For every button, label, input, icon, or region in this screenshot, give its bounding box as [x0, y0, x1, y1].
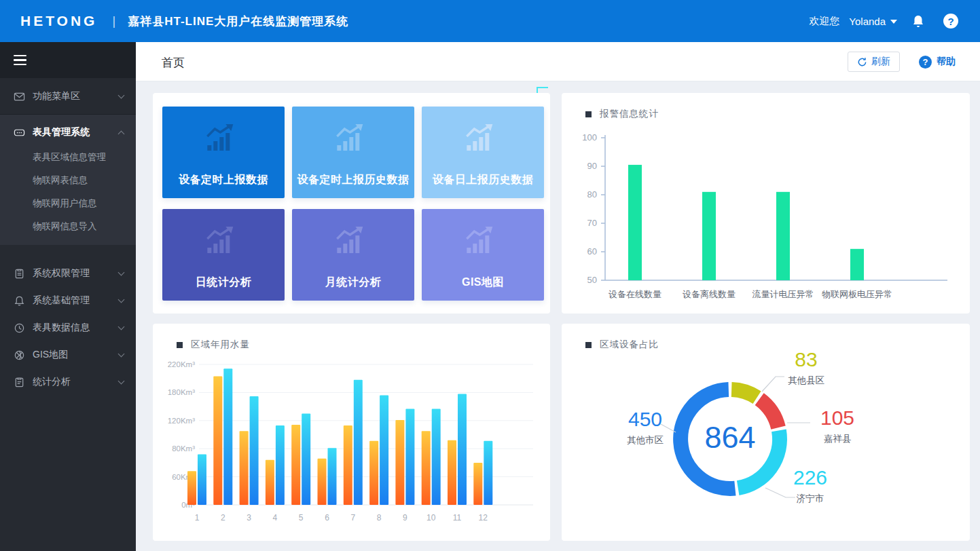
- bar-orange: [369, 441, 378, 505]
- water-usage-bar-chart: 0m³60Km³80Km³120Km³180Km³220Km³123456789…: [153, 324, 550, 541]
- sidebar-item-statistics[interactable]: 统计分析: [0, 368, 136, 396]
- sidebar-item-system-permission[interactable]: 系统权限管理: [0, 260, 136, 287]
- sidebar: 功能菜单区 表具管理系统 表具区域信息管理 物联网表信息 物联网用户信息 物联网…: [0, 42, 136, 551]
- sidebar-item-label: 表具管理系统: [33, 126, 119, 138]
- alarm-statistics-card: 报警信息统计 5060708090100设备在线数量设备离线数量流量计电压异常物…: [562, 93, 970, 314]
- logo-separator: |: [112, 14, 115, 28]
- sidebar-item-label: 表具数据信息: [33, 322, 119, 334]
- bar: [776, 192, 790, 280]
- bar-orange: [291, 425, 300, 505]
- donut-total-value: 864: [672, 420, 788, 455]
- refresh-icon: [857, 57, 867, 67]
- sidebar-item-function-menu[interactable]: 功能菜单区: [0, 83, 136, 110]
- notification-bell-icon[interactable]: [907, 10, 930, 33]
- svg-text:60: 60: [587, 246, 597, 256]
- main-area: 首页 刷新 ? 帮助 设备定时上报数据 设备定时上报历史数据: [136, 42, 980, 551]
- bar: [850, 249, 864, 280]
- donut-callout-other-counties: 83 其他县区: [779, 349, 833, 387]
- bar-chart-trend-icon: [205, 227, 236, 255]
- welcome-text: 欢迎您: [809, 15, 839, 28]
- svg-text:12: 12: [479, 513, 488, 522]
- chevron-down-icon: [890, 20, 897, 24]
- breadcrumb-page-title: 首页: [162, 55, 185, 71]
- bar-blue: [276, 425, 285, 505]
- help-button[interactable]: ? 帮助: [919, 52, 956, 72]
- tile-monthly-statistics[interactable]: 月统计分析: [292, 209, 414, 301]
- tile-device-daily-history[interactable]: 设备日上报历史数据: [422, 107, 544, 198]
- user-menu[interactable]: Yolanda: [849, 16, 897, 27]
- bar-blue: [354, 380, 363, 505]
- globe-icon: [14, 349, 25, 361]
- bar-orange: [448, 440, 456, 505]
- bar-chart-trend-icon: [465, 124, 496, 153]
- svg-text:220Km³: 220Km³: [168, 360, 195, 368]
- svg-text:9: 9: [403, 513, 407, 522]
- bar-blue: [250, 396, 259, 505]
- chevron-down-icon: [118, 92, 125, 99]
- shortcut-tiles-card: 设备定时上报数据 设备定时上报历史数据 设备日上报历史数据 日统计分析 月统计分…: [153, 93, 550, 314]
- bar-orange: [318, 459, 327, 505]
- bar-blue: [484, 441, 492, 505]
- bar-orange: [344, 425, 352, 505]
- sidebar-item-meter-management[interactable]: 表具管理系统: [0, 119, 136, 146]
- title-bullet-icon: [585, 111, 592, 117]
- sidebar-item-label: GIS地图: [33, 349, 119, 361]
- tile-device-scheduled-history[interactable]: 设备定时上报历史数据: [292, 107, 414, 198]
- sidebar-subitem-iot-info-import[interactable]: 物联网信息导入: [0, 215, 136, 238]
- bar-orange: [473, 463, 482, 505]
- svg-text:120Km³: 120Km³: [168, 417, 195, 425]
- refresh-button[interactable]: 刷新: [848, 52, 900, 72]
- svg-text:3: 3: [247, 513, 251, 522]
- bar-blue: [458, 394, 467, 506]
- dashboard-content: 设备定时上报数据 设备定时上报历史数据 设备日上报历史数据 日统计分析 月统计分…: [136, 81, 980, 551]
- chevron-down-icon: [118, 324, 125, 330]
- sidebar-item-gis-map[interactable]: GIS地图: [0, 341, 136, 368]
- svg-text:10: 10: [427, 513, 436, 522]
- bar: [702, 192, 716, 280]
- sidebar-group-meter-management: 表具管理系统 表具区域信息管理 物联网表信息 物联网用户信息 物联网信息导入: [0, 115, 136, 245]
- help-icon[interactable]: ?: [939, 10, 962, 33]
- bar-orange: [187, 471, 196, 505]
- svg-text:100: 100: [582, 132, 597, 142]
- svg-text:设备在线数量: 设备在线数量: [609, 289, 661, 299]
- chevron-down-icon: [118, 351, 125, 358]
- sidebar-subitem-meter-region-info[interactable]: 表具区域信息管理: [0, 146, 136, 169]
- mail-icon: [14, 91, 25, 102]
- report-icon: [14, 377, 25, 388]
- bar-blue: [198, 455, 206, 506]
- svg-text:70: 70: [587, 218, 597, 228]
- svg-text:80Km³: 80Km³: [172, 444, 195, 453]
- card-title: 区域年用水量: [191, 339, 250, 351]
- bar-orange: [240, 431, 249, 505]
- chevron-down-icon: [118, 269, 125, 276]
- sidebar-subitem-iot-meter-info[interactable]: 物联网表信息: [0, 169, 136, 192]
- bar-blue: [405, 409, 414, 505]
- sidebar-item-label: 系统权限管理: [33, 267, 119, 280]
- card-title: 区域设备占比: [600, 339, 659, 351]
- clipboard-icon: [14, 268, 25, 280]
- bar-orange: [395, 420, 404, 505]
- svg-text:设备离线数量: 设备离线数量: [683, 289, 736, 299]
- svg-text:80: 80: [587, 189, 597, 200]
- title-bullet-icon: [585, 342, 592, 348]
- bar-orange: [213, 377, 222, 505]
- donut-segment: [731, 390, 757, 398]
- app-header: HETONG | 嘉祥县HT-LINE大用户在线监测管理系统 欢迎您 Yolan…: [0, 0, 980, 42]
- tile-device-scheduled-report[interactable]: 设备定时上报数据: [162, 107, 285, 198]
- bell-icon: [14, 295, 25, 307]
- sidebar-item-label: 系统基础管理: [33, 294, 119, 307]
- bar-blue: [328, 448, 337, 505]
- donut-callout-jiaxiang: 105 嘉祥县: [812, 408, 863, 445]
- chevron-down-icon: [118, 378, 125, 385]
- sidebar-item-system-basic[interactable]: 系统基础管理: [0, 287, 136, 314]
- card-title: 报警信息统计: [600, 108, 659, 120]
- bar-blue: [223, 368, 232, 505]
- svg-text:8: 8: [377, 513, 382, 522]
- sidebar-item-meter-data[interactable]: 表具数据信息: [0, 314, 136, 341]
- svg-text:6: 6: [325, 513, 329, 522]
- sidebar-subitem-iot-user-info[interactable]: 物联网用户信息: [0, 192, 136, 215]
- logo: HETONG: [20, 13, 97, 29]
- tile-gis-map[interactable]: GIS地图: [422, 209, 544, 301]
- sidebar-collapse-toggle[interactable]: [14, 55, 26, 66]
- tile-daily-statistics[interactable]: 日统计分析: [162, 209, 285, 301]
